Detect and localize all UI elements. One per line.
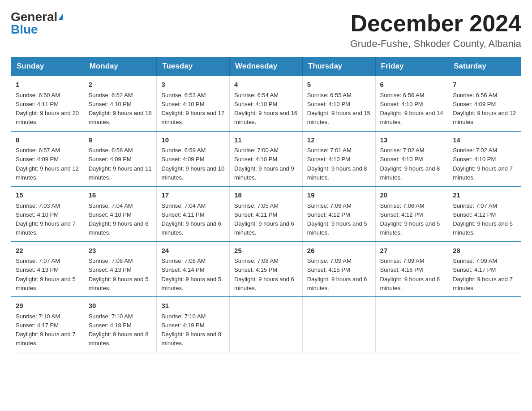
day-number: 13 (380, 135, 444, 146)
weekday-header-wednesday: Wednesday (230, 57, 303, 76)
logo: General Blue (11, 11, 63, 36)
logo-general-text: General (11, 11, 57, 23)
day-number: 7 (453, 80, 516, 90)
day-info: Sunrise: 7:10 AMSunset: 4:18 PMDaylight:… (89, 313, 149, 347)
weekday-header-row: SundayMondayTuesdayWednesdayThursdayFrid… (11, 57, 521, 76)
day-info: Sunrise: 7:06 AMSunset: 4:12 PMDaylight:… (307, 202, 367, 236)
calendar-day-cell: 12 Sunrise: 7:01 AMSunset: 4:10 PMDaylig… (302, 131, 375, 187)
day-number: 9 (89, 135, 152, 146)
day-info: Sunrise: 7:01 AMSunset: 4:10 PMDaylight:… (307, 147, 367, 181)
calendar-day-cell: 4 Sunrise: 6:54 AMSunset: 4:10 PMDayligh… (230, 76, 303, 131)
month-title: December 2024 (350, 11, 521, 36)
day-number: 30 (89, 301, 152, 311)
day-number: 11 (234, 135, 298, 146)
calendar-day-cell: 7 Sunrise: 6:56 AMSunset: 4:09 PMDayligh… (448, 76, 521, 131)
day-number: 18 (234, 190, 298, 201)
day-number: 25 (234, 246, 298, 256)
day-info: Sunrise: 7:10 AMSunset: 4:19 PMDaylight:… (161, 313, 221, 347)
day-info: Sunrise: 6:59 AMSunset: 4:09 PMDaylight:… (161, 147, 224, 181)
calendar-day-cell: 10 Sunrise: 6:59 AMSunset: 4:09 PMDaylig… (157, 131, 230, 187)
calendar-day-cell: 20 Sunrise: 7:06 AMSunset: 4:12 PMDaylig… (375, 186, 448, 242)
day-info: Sunrise: 7:04 AMSunset: 4:11 PMDaylight:… (161, 202, 221, 236)
calendar-day-cell: 21 Sunrise: 7:07 AMSunset: 4:12 PMDaylig… (448, 186, 521, 242)
logo-triangle-icon (58, 14, 63, 20)
day-info: Sunrise: 7:02 AMSunset: 4:10 PMDaylight:… (380, 147, 440, 181)
calendar-day-cell (375, 297, 448, 352)
day-info: Sunrise: 7:08 AMSunset: 4:14 PMDaylight:… (161, 257, 221, 291)
calendar-day-cell (230, 297, 303, 352)
weekday-header-tuesday: Tuesday (157, 57, 230, 76)
calendar-day-cell: 30 Sunrise: 7:10 AMSunset: 4:18 PMDaylig… (84, 297, 157, 352)
calendar-day-cell: 25 Sunrise: 7:08 AMSunset: 4:15 PMDaylig… (230, 242, 303, 297)
day-number: 20 (380, 190, 444, 201)
calendar-day-cell: 16 Sunrise: 7:04 AMSunset: 4:10 PMDaylig… (84, 186, 157, 242)
day-number: 1 (16, 80, 79, 90)
calendar-week-row: 29 Sunrise: 7:10 AMSunset: 4:17 PMDaylig… (11, 297, 521, 352)
calendar-table: SundayMondayTuesdayWednesdayThursdayFrid… (11, 57, 521, 352)
calendar-day-cell: 18 Sunrise: 7:05 AMSunset: 4:11 PMDaylig… (230, 186, 303, 242)
day-number: 14 (453, 135, 516, 146)
calendar-day-cell: 9 Sunrise: 6:58 AMSunset: 4:09 PMDayligh… (84, 131, 157, 187)
calendar-day-cell: 15 Sunrise: 7:03 AMSunset: 4:10 PMDaylig… (11, 186, 84, 242)
day-info: Sunrise: 6:56 AMSunset: 4:10 PMDaylight:… (380, 92, 443, 126)
weekday-header-friday: Friday (375, 57, 448, 76)
calendar-day-cell: 29 Sunrise: 7:10 AMSunset: 4:17 PMDaylig… (11, 297, 84, 352)
day-info: Sunrise: 7:04 AMSunset: 4:10 PMDaylight:… (89, 202, 149, 236)
day-info: Sunrise: 7:03 AMSunset: 4:10 PMDaylight:… (16, 202, 76, 236)
day-info: Sunrise: 6:56 AMSunset: 4:09 PMDaylight:… (453, 92, 516, 126)
calendar-week-row: 1 Sunrise: 6:50 AMSunset: 4:11 PMDayligh… (11, 76, 521, 131)
day-number: 8 (16, 135, 79, 146)
day-number: 22 (16, 246, 79, 256)
logo-blue-text: Blue (11, 23, 38, 36)
day-number: 24 (161, 246, 225, 256)
calendar-day-cell: 19 Sunrise: 7:06 AMSunset: 4:12 PMDaylig… (302, 186, 375, 242)
calendar-day-cell: 28 Sunrise: 7:09 AMSunset: 4:17 PMDaylig… (448, 242, 521, 297)
day-info: Sunrise: 7:07 AMSunset: 4:12 PMDaylight:… (453, 202, 513, 236)
calendar-day-cell: 23 Sunrise: 7:08 AMSunset: 4:13 PMDaylig… (84, 242, 157, 297)
day-number: 23 (89, 246, 152, 256)
day-number: 17 (161, 190, 225, 201)
day-info: Sunrise: 6:52 AMSunset: 4:10 PMDaylight:… (89, 92, 152, 126)
day-info: Sunrise: 7:08 AMSunset: 4:13 PMDaylight:… (89, 257, 149, 291)
day-number: 12 (307, 135, 371, 146)
calendar-day-cell: 31 Sunrise: 7:10 AMSunset: 4:19 PMDaylig… (157, 297, 230, 352)
day-info: Sunrise: 6:54 AMSunset: 4:10 PMDaylight:… (234, 92, 297, 126)
day-number: 2 (89, 80, 152, 90)
day-number: 26 (307, 246, 371, 256)
calendar-day-cell: 6 Sunrise: 6:56 AMSunset: 4:10 PMDayligh… (375, 76, 448, 131)
day-info: Sunrise: 7:08 AMSunset: 4:15 PMDaylight:… (234, 257, 294, 291)
day-number: 16 (89, 190, 152, 201)
day-number: 4 (234, 80, 298, 90)
calendar-week-row: 15 Sunrise: 7:03 AMSunset: 4:10 PMDaylig… (11, 186, 521, 242)
day-number: 15 (16, 190, 79, 201)
weekday-header-monday: Monday (84, 57, 157, 76)
day-info: Sunrise: 6:53 AMSunset: 4:10 PMDaylight:… (161, 92, 224, 126)
calendar-day-cell: 22 Sunrise: 7:07 AMSunset: 4:13 PMDaylig… (11, 242, 84, 297)
day-number: 19 (307, 190, 371, 201)
day-number: 31 (161, 301, 225, 311)
calendar-day-cell: 8 Sunrise: 6:57 AMSunset: 4:09 PMDayligh… (11, 131, 84, 187)
calendar-day-cell (448, 297, 521, 352)
calendar-day-cell: 1 Sunrise: 6:50 AMSunset: 4:11 PMDayligh… (11, 76, 84, 131)
calendar-day-cell: 27 Sunrise: 7:09 AMSunset: 4:16 PMDaylig… (375, 242, 448, 297)
weekday-header-saturday: Saturday (448, 57, 521, 76)
day-info: Sunrise: 7:10 AMSunset: 4:17 PMDaylight:… (16, 313, 76, 347)
day-info: Sunrise: 7:09 AMSunset: 4:17 PMDaylight:… (453, 257, 513, 291)
day-number: 29 (16, 301, 79, 311)
day-info: Sunrise: 7:05 AMSunset: 4:11 PMDaylight:… (234, 202, 294, 236)
day-info: Sunrise: 7:06 AMSunset: 4:12 PMDaylight:… (380, 202, 440, 236)
calendar-day-cell: 11 Sunrise: 7:00 AMSunset: 4:10 PMDaylig… (230, 131, 303, 187)
day-number: 28 (453, 246, 516, 256)
day-info: Sunrise: 7:00 AMSunset: 4:10 PMDaylight:… (234, 147, 294, 181)
day-number: 21 (453, 190, 516, 201)
calendar-day-cell: 3 Sunrise: 6:53 AMSunset: 4:10 PMDayligh… (157, 76, 230, 131)
weekday-header-sunday: Sunday (11, 57, 84, 76)
day-info: Sunrise: 7:02 AMSunset: 4:10 PMDaylight:… (453, 147, 513, 181)
day-info: Sunrise: 6:57 AMSunset: 4:09 PMDaylight:… (16, 147, 79, 181)
calendar-day-cell: 24 Sunrise: 7:08 AMSunset: 4:14 PMDaylig… (157, 242, 230, 297)
calendar-day-cell: 13 Sunrise: 7:02 AMSunset: 4:10 PMDaylig… (375, 131, 448, 187)
calendar-day-cell: 17 Sunrise: 7:04 AMSunset: 4:11 PMDaylig… (157, 186, 230, 242)
day-info: Sunrise: 7:07 AMSunset: 4:13 PMDaylight:… (16, 257, 76, 291)
calendar-day-cell: 2 Sunrise: 6:52 AMSunset: 4:10 PMDayligh… (84, 76, 157, 131)
day-info: Sunrise: 6:50 AMSunset: 4:11 PMDaylight:… (16, 92, 79, 126)
